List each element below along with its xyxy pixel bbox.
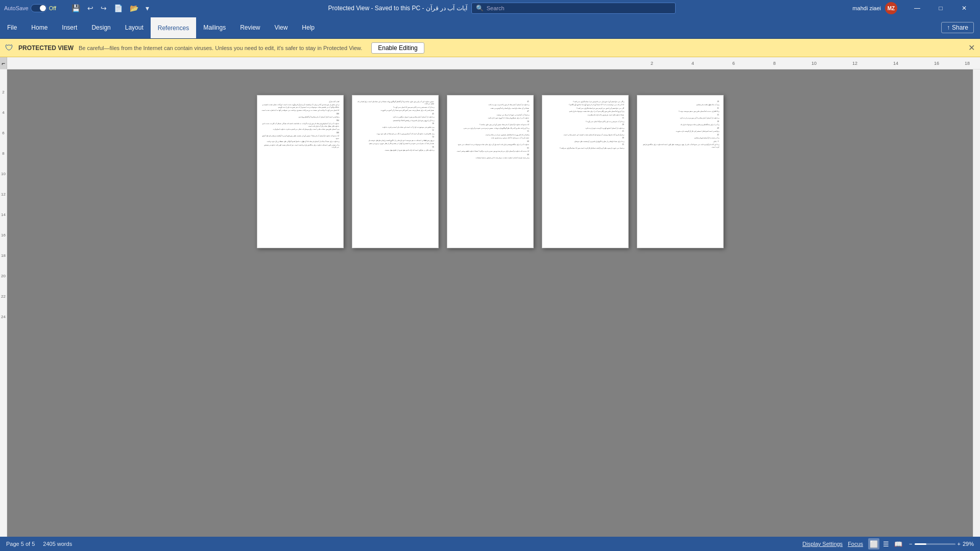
tab-file[interactable]: File: [0, 16, 24, 38]
tab-references[interactable]: References: [151, 16, 196, 38]
v-ruler-10: 10: [1, 172, 6, 176]
save-icon[interactable]: 💾: [69, 3, 82, 13]
v-ruler-24: 24: [1, 315, 6, 319]
page-4-content: و اگر می خواستیم آن را شور قرار می دادیم…: [546, 101, 624, 149]
tab-mailings[interactable]: Mailings: [196, 16, 233, 38]
page-5-content: 28 و از آب پاک طهارت کننده فرستادیم. 31 …: [641, 101, 719, 148]
display-settings-link[interactable]: Display Settings: [802, 541, 843, 547]
print-layout-view-button[interactable]: ⬜: [868, 538, 879, 549]
page-3-content: 45 و خداوند از آسمان آب فرستاد تا زمین ر…: [451, 101, 529, 159]
shield-icon: 🛡: [5, 43, 13, 53]
ruler-num-14: 14: [893, 61, 898, 66]
title-bar-right: mahdi ziaei MZ — □ ✕: [852, 0, 976, 16]
close-protected-bar-icon[interactable]: ✕: [968, 43, 975, 53]
tab-design[interactable]: Design: [84, 16, 117, 38]
vertical-scrollbar[interactable]: [973, 69, 980, 537]
doc-title: آیات آب در قرآن - Protected View - Saved…: [328, 5, 467, 12]
pages-row: کتاب آیات قرآن در این بخش از متن مقدس آی…: [257, 95, 724, 248]
page-1[interactable]: کتاب آیات قرآن در این بخش از متن مقدس آی…: [257, 95, 344, 248]
web-layout-view-button[interactable]: ☰: [880, 538, 892, 549]
zoom-percentage[interactable]: 29%: [963, 541, 974, 547]
minimize-button[interactable]: —: [905, 0, 929, 16]
ruler-num-8: 8: [773, 61, 776, 66]
tab-home[interactable]: Home: [24, 16, 55, 38]
ribbon: File Home Insert Design Layout Reference…: [0, 16, 980, 39]
ruler-num-18: 18: [965, 61, 970, 66]
maximize-button[interactable]: □: [929, 0, 952, 16]
share-button[interactable]: ↑ Share: [941, 22, 974, 33]
autosave-label: AutoSave: [4, 5, 29, 11]
page-3[interactable]: 45 و خداوند از آسمان آب فرستاد تا زمین ر…: [447, 95, 534, 248]
enable-editing-button[interactable]: Enable Editing: [371, 42, 424, 54]
window-controls: — □ ✕: [905, 0, 976, 16]
tab-help[interactable]: Help: [295, 16, 322, 38]
redo-icon[interactable]: ↪: [99, 3, 109, 13]
autosave-toggle[interactable]: [31, 4, 47, 12]
search-input[interactable]: [487, 5, 671, 11]
zoom-in-icon[interactable]: +: [958, 541, 961, 547]
zoom-slider-fill: [915, 543, 926, 545]
page-2[interactable]: سپس خداوند این آب را در زمین جاری ساخت و…: [352, 95, 439, 248]
view-buttons: ⬜ ☰ 📖: [868, 538, 904, 549]
vertical-ruler: 2 4 6 8 10 12 14 16 18 20 22 24: [0, 69, 7, 537]
main-area: 2 4 6 8 10 12 14 16 18 20 22 24 کتاب آیا…: [0, 69, 980, 537]
share-label: Share: [952, 24, 968, 31]
read-mode-button[interactable]: 📖: [893, 538, 904, 549]
v-ruler-20: 20: [1, 274, 6, 278]
tab-insert[interactable]: Insert: [55, 16, 84, 38]
title-bar-center: آیات آب در قرآن - Protected View - Saved…: [155, 3, 848, 14]
zoom-area: − + 29%: [909, 541, 974, 547]
horizontal-ruler: ⌐ 18 16 14 12 10 8 6 4 2: [0, 57, 980, 69]
v-ruler-2: 2: [2, 90, 4, 94]
search-icon: 🔍: [476, 5, 484, 12]
word-count: 2405 words: [43, 541, 72, 547]
new-doc-icon[interactable]: 📄: [112, 3, 125, 13]
v-ruler-14: 14: [1, 212, 6, 217]
v-ruler-6: 6: [2, 131, 4, 135]
page-info: Page 5 of 5: [6, 541, 35, 547]
status-bar: Page 5 of 5 2405 words Display Settings …: [0, 537, 980, 551]
ruler-num-16: 16: [934, 61, 939, 66]
zoom-out-icon[interactable]: −: [909, 541, 912, 547]
ruler-numbers: 18 16 14 12 10 8 6 4 2: [7, 57, 980, 69]
protected-label: PROTECTED VIEW: [18, 44, 74, 52]
ruler-num-6: 6: [732, 61, 735, 66]
autosave-area: AutoSave Off: [4, 4, 65, 12]
v-ruler-12: 12: [1, 192, 6, 197]
open-icon[interactable]: 📂: [128, 3, 140, 13]
document-area: کتاب آیات قرآن در این بخش از متن مقدس آی…: [7, 69, 973, 537]
v-ruler-8: 8: [2, 151, 4, 156]
page-1-content: کتاب آیات قرآن در این بخش از متن مقدس آی…: [261, 101, 339, 149]
v-ruler-4: 4: [2, 110, 4, 115]
v-ruler-16: 16: [1, 233, 6, 237]
ruler-num-10: 10: [811, 61, 817, 66]
search-bar[interactable]: 🔍: [471, 3, 676, 14]
ruler-corner: ⌐: [0, 57, 7, 69]
tab-layout[interactable]: Layout: [118, 16, 151, 38]
user-name: mahdi ziaei: [852, 5, 881, 11]
ribbon-right: ↑ Share: [941, 16, 980, 38]
page-2-content: سپس خداوند این آب را در زمین جاری ساخت و…: [356, 101, 434, 152]
v-ruler-18: 18: [1, 253, 6, 258]
status-bar-right: Display Settings Focus ⬜ ☰ 📖 − + 29%: [802, 538, 974, 549]
close-button[interactable]: ✕: [952, 0, 976, 16]
share-icon: ↑: [947, 24, 950, 31]
autosave-state: Off: [49, 5, 56, 11]
customize-icon[interactable]: ▾: [144, 3, 151, 13]
tab-review[interactable]: Review: [233, 16, 267, 38]
focus-link[interactable]: Focus: [848, 541, 863, 547]
page-5[interactable]: 28 و از آب پاک طهارت کننده فرستادیم. 31 …: [637, 95, 724, 248]
protected-view-bar: 🛡 PROTECTED VIEW Be careful—files from t…: [0, 39, 980, 57]
quick-access-toolbar: 💾 ↩ ↪ 📄 📂 ▾: [69, 3, 151, 13]
tab-view[interactable]: View: [268, 16, 295, 38]
zoom-slider[interactable]: [915, 543, 955, 545]
ruler-num-4: 4: [691, 61, 694, 66]
user-avatar[interactable]: MZ: [885, 2, 897, 14]
undo-icon[interactable]: ↩: [85, 3, 95, 13]
ruler-num-2: 2: [651, 61, 653, 66]
ruler-num-12: 12: [852, 61, 857, 66]
protected-message: Be careful—files from the Internet can c…: [79, 45, 362, 51]
v-ruler-22: 22: [1, 294, 6, 299]
page-4[interactable]: و اگر می خواستیم آن را شور قرار می دادیم…: [542, 95, 629, 248]
title-bar: AutoSave Off 💾 ↩ ↪ 📄 📂 ▾ آیات آب در قرآن…: [0, 0, 980, 16]
